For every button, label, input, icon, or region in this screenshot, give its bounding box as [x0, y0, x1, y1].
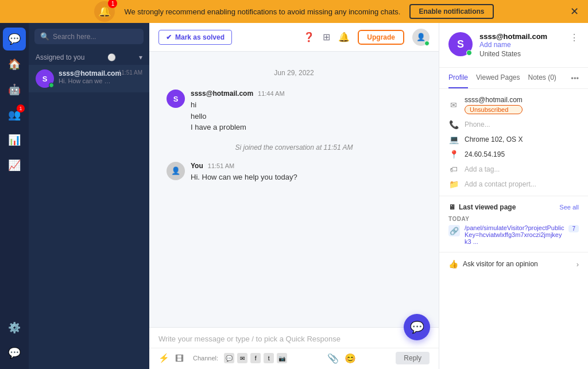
see-all-button[interactable]: See all [559, 204, 579, 211]
today-label: TODAY [448, 216, 579, 222]
page-link-text[interactable]: /panel/simulateVisitor?projectPublicKey=… [465, 224, 564, 245]
profile-avatar: S [448, 32, 473, 56]
page-link-icon: 🔗 [448, 225, 460, 236]
profile-more-icon[interactable]: ⋮ [570, 32, 579, 43]
enable-notifications-button[interactable]: Enable notifications [409, 4, 493, 19]
sidebar-item-settings[interactable]: ⚙️ [3, 316, 26, 339]
tag-icon: 🏷 [448, 165, 459, 174]
profile-online-dot [466, 50, 472, 56]
detail-tag-row[interactable]: 🏷 Add a tag... [448, 165, 579, 174]
ask-visitor-section[interactable]: 👍 Ask visitor for an opinion › [439, 252, 588, 275]
msg-sender-1: ssss@hotmail.com [191, 90, 253, 98]
search-input[interactable] [53, 33, 138, 41]
detail-property: Add a contact propert... [465, 180, 536, 188]
lightning-icon[interactable]: ⚡ [158, 353, 169, 363]
profile-details: ✉ ssss@hotmail.com Unsubscribed 📞 Phone.… [439, 89, 588, 196]
online-indicator [49, 83, 54, 88]
emoji-icon[interactable]: 😊 [345, 353, 356, 364]
last-viewed-section: 🖥 Last viewed page See all TODAY 🔗 /pane… [439, 196, 588, 252]
conversations-sidebar: 🔍 Assigned to you ⚪ ▾ S ssss@hotmail.com… [29, 23, 149, 369]
add-name-button[interactable]: Add name [479, 41, 563, 49]
channel-icon-tw[interactable]: t [264, 353, 274, 363]
sidebar-item-contacts[interactable]: 👥 1 [3, 103, 26, 126]
date-separator: Jun 29, 2022 [167, 69, 421, 77]
chat-header: ✔ Mark as solved ❓ ⊞ 🔔 Upgrade 👤 [149, 23, 439, 52]
msg-sender-2: You [191, 162, 203, 170]
search-icon: 🔍 [40, 32, 49, 41]
mark-solved-button[interactable]: ✔ Mark as solved [158, 30, 232, 45]
sidebar-item-chat-bottom[interactable]: 💬 [3, 341, 26, 364]
sidebar-item-chat[interactable]: 💬 [3, 28, 26, 51]
sidebar-item-home[interactable]: 🏠 [3, 53, 26, 76]
conversation-item[interactable]: S ssss@hotmail.com Hi. How can we help y… [29, 65, 149, 92]
profile-country: United States [479, 50, 563, 58]
grid-icon[interactable]: ⊞ [323, 32, 330, 42]
tab-more-icon[interactable]: ••• [571, 74, 579, 83]
profile-tabs: Profile Viewed Pages Notes (0) ••• [439, 68, 588, 89]
email-icon: ✉ [448, 100, 459, 110]
toggle-icon[interactable]: ⚪ [107, 53, 116, 61]
chat-main: ✔ Mark as solved ❓ ⊞ 🔔 Upgrade 👤 Jun 29,… [149, 23, 439, 369]
detail-ip-row: 📍 24.60.54.195 [448, 150, 579, 159]
tab-notes[interactable]: Notes (0) [528, 68, 556, 88]
help-icon[interactable]: ❓ [303, 32, 315, 42]
conv-section-header: Assigned to you ⚪ ▾ [29, 50, 149, 65]
detail-ip: 24.60.54.195 [465, 150, 505, 158]
msg-text-1: hihelloI have a problem [191, 99, 421, 133]
search-box[interactable]: 🔍 [34, 29, 144, 44]
conv-time: 11:51 AM [118, 69, 142, 76]
conv-name: ssss@hotmail.com [59, 69, 114, 77]
notification-bar: 🔔 1 We strongly recommend enabling notif… [0, 0, 588, 23]
channel-icon-email[interactable]: ✉ [237, 353, 247, 363]
last-viewed-header: 🖥 Last viewed page See all [448, 203, 579, 211]
contacts-badge: 1 [17, 104, 25, 112]
dropdown-icon[interactable]: ▾ [139, 53, 142, 61]
section-label: Assigned to you [36, 53, 84, 61]
email-detail: ssss@hotmail.com Unsubscribed [465, 96, 523, 114]
phone-icon: 📞 [448, 120, 459, 129]
channel-icon-fb[interactable]: f [250, 353, 261, 363]
sidebar-item-reports[interactable]: 📊 [3, 129, 26, 152]
chat-input-toolbar: ⚡ 🎞 Channel: 💬 ✉ f t 📷 📎 😊 Reply [149, 348, 439, 369]
chevron-right-icon: › [577, 260, 579, 269]
reply-button[interactable]: Reply [396, 352, 430, 364]
msg-avatar-2: 👤 [167, 162, 185, 180]
msg-avatar-1: S [167, 90, 185, 108]
system-message: Si joined the conversation at 11:51 AM [167, 143, 421, 152]
page-count-badge: 7 [568, 225, 579, 232]
user-avatar[interactable]: 👤 [412, 29, 430, 46]
sidebar-item-analytics[interactable]: 📈 [3, 154, 26, 177]
notification-badge: 1 [108, 0, 117, 8]
tab-viewed-pages[interactable]: Viewed Pages [476, 68, 520, 88]
gif-icon[interactable]: 🎞 [175, 354, 184, 363]
sidebar-item-bot[interactable]: 🤖 [3, 78, 26, 101]
subscription-badge[interactable]: Unsubscribed [465, 105, 523, 114]
msg-time-2: 11:51 AM [208, 162, 234, 169]
detail-tag: Add a tag... [465, 165, 500, 173]
attachment-icon[interactable]: 📎 [327, 353, 339, 364]
close-notification-button[interactable]: ✕ [570, 5, 579, 18]
detail-property-row[interactable]: 📁 Add a contact propert... [448, 180, 579, 189]
fab-chat-button[interactable]: 💬 [404, 314, 430, 340]
channel-icon-ig[interactable]: 📷 [277, 353, 287, 363]
upgrade-button[interactable]: Upgrade [358, 30, 404, 45]
conv-avatar: S [36, 69, 54, 88]
detail-email-value: ssss@hotmail.com [465, 96, 523, 104]
detail-phone: Phone... [465, 121, 490, 129]
chat-body: Jun 29, 2022 S ssss@hotmail.com 11:44 AM… [149, 52, 439, 327]
thumbs-up-icon: 👍 [448, 259, 458, 269]
channel-icon-chat[interactable]: 💬 [224, 353, 234, 363]
detail-email-row: ✉ ssss@hotmail.com Unsubscribed [448, 96, 579, 114]
main-layout: 💬 🏠 🤖 👥 1 📊 📈 ⚙️ 💬 🔍 Assigned to you ⚪ ▾… [0, 23, 588, 369]
bell-icon[interactable]: 🔔 [338, 32, 350, 42]
location-icon: 📍 [448, 150, 459, 159]
detail-phone-row[interactable]: 📞 Phone... [448, 120, 579, 129]
section-title: 🖥 Last viewed page [448, 203, 516, 211]
msg-content-2: You 11:51 AM Hi. How can we help you tod… [191, 162, 421, 183]
conv-info: ssss@hotmail.com Hi. How can we help you… [59, 69, 114, 84]
msg-header-1: ssss@hotmail.com 11:44 AM [191, 90, 421, 98]
tab-profile[interactable]: Profile [448, 68, 468, 88]
detail-browser: Chrome 102, OS X [465, 135, 523, 143]
chat-input-placeholder[interactable]: Write your message or type / to pick a Q… [149, 328, 439, 348]
ask-visitor-text: Ask visitor for an opinion [463, 260, 538, 268]
